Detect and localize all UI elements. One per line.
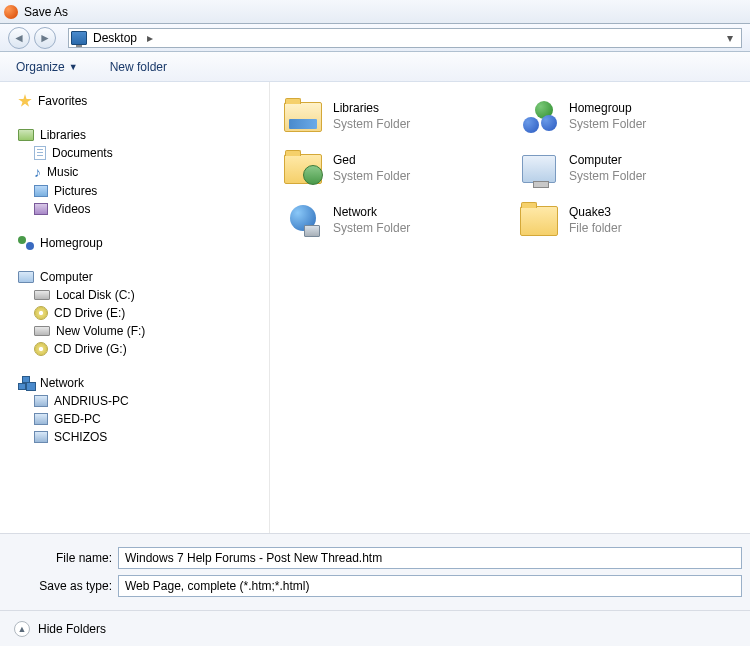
hide-folders-toggle-icon[interactable]: ▲ — [14, 621, 30, 637]
item-name: Homegroup — [569, 101, 646, 117]
organize-button[interactable]: Organize ▼ — [10, 57, 84, 77]
hide-folders-button[interactable]: Hide Folders — [38, 622, 106, 636]
item-sub: System Folder — [333, 169, 410, 185]
videos-icon — [34, 203, 48, 215]
window-title: Save As — [24, 5, 68, 19]
breadcrumb-arrow-icon[interactable]: ▸ — [143, 31, 157, 45]
item-computer[interactable]: Computer System Folder — [516, 144, 750, 194]
savetype-label: Save as type: — [0, 579, 118, 593]
pc-icon — [34, 431, 48, 443]
disk-icon — [34, 326, 50, 336]
sidebar-item-andrius-pc[interactable]: ANDRIUS-PC — [34, 392, 269, 410]
item-sub: System Folder — [333, 221, 410, 237]
breadcrumb-dropdown-icon[interactable]: ▾ — [721, 31, 739, 45]
sidebar-favorites[interactable]: Favorites — [18, 92, 269, 110]
music-icon: ♪ — [34, 164, 41, 180]
item-ged[interactable]: Ged System Folder — [280, 144, 514, 194]
pictures-icon — [34, 185, 48, 197]
item-name: Computer — [569, 153, 646, 169]
homegroup-large-icon — [521, 101, 557, 133]
pc-icon — [34, 395, 48, 407]
sidebar-item-cd-drive-e[interactable]: CD Drive (E:) — [34, 304, 269, 322]
item-name: Libraries — [333, 101, 410, 117]
disk-icon — [34, 290, 50, 300]
sidebar-item-cd-drive-g[interactable]: CD Drive (G:) — [34, 340, 269, 358]
savetype-select[interactable]: Web Page, complete (*.htm;*.html) — [118, 575, 742, 597]
cd-icon — [34, 342, 48, 356]
chevron-down-icon: ▼ — [69, 62, 78, 72]
sidebar-libraries[interactable]: Libraries — [18, 126, 269, 144]
sidebar-item-pictures[interactable]: Pictures — [34, 182, 269, 200]
filename-label: File name: — [0, 551, 118, 565]
folder-large-icon — [520, 206, 558, 236]
body: Favorites Libraries Documents ♪ Music Pi… — [0, 82, 750, 533]
network-icon — [18, 376, 34, 390]
item-sub: System Folder — [569, 117, 646, 133]
item-network[interactable]: Network System Folder — [280, 196, 514, 246]
sidebar-item-videos[interactable]: Videos — [34, 200, 269, 218]
documents-icon — [34, 146, 46, 160]
sidebar-item-local-disk-c[interactable]: Local Disk (C:) — [34, 286, 269, 304]
item-quake3[interactable]: Quake3 File folder — [516, 196, 750, 246]
desktop-icon — [71, 31, 87, 45]
pc-icon — [34, 413, 48, 425]
firefox-icon — [4, 5, 18, 19]
sidebar-network[interactable]: Network — [18, 374, 269, 392]
sidebar-computer[interactable]: Computer — [18, 268, 269, 286]
computer-large-icon — [522, 155, 556, 183]
item-sub: System Folder — [333, 117, 410, 133]
user-folder-large-icon — [284, 154, 322, 184]
item-name: Network — [333, 205, 410, 221]
sidebar-item-ged-pc[interactable]: GED-PC — [34, 410, 269, 428]
item-name: Quake3 — [569, 205, 622, 221]
back-button[interactable]: ◄ — [8, 27, 30, 49]
sidebar-item-new-volume-f[interactable]: New Volume (F:) — [34, 322, 269, 340]
item-libraries[interactable]: Libraries System Folder — [280, 92, 514, 142]
sidebar-item-schizos[interactable]: SCHIZOS — [34, 428, 269, 446]
breadcrumb[interactable]: Desktop ▸ ▾ — [68, 28, 742, 48]
libraries-large-icon — [284, 102, 322, 132]
bottom-panel: File name: Windows 7 Help Forums - Post … — [0, 533, 750, 610]
item-name: Ged — [333, 153, 410, 169]
item-sub: File folder — [569, 221, 622, 237]
navbar: ◄ ► Desktop ▸ ▾ — [0, 24, 750, 52]
sidebar: Favorites Libraries Documents ♪ Music Pi… — [0, 82, 270, 533]
content-pane[interactable]: Libraries System Folder Homegroup System… — [270, 82, 750, 533]
item-homegroup[interactable]: Homegroup System Folder — [516, 92, 750, 142]
sidebar-item-music[interactable]: ♪ Music — [34, 162, 269, 182]
titlebar: Save As — [0, 0, 750, 24]
sidebar-homegroup[interactable]: Homegroup — [18, 234, 269, 252]
footer: ▲ Hide Folders — [0, 610, 750, 646]
new-folder-button[interactable]: New folder — [104, 57, 173, 77]
filename-input[interactable]: Windows 7 Help Forums - Post New Thread.… — [118, 547, 742, 569]
toolbar: Organize ▼ New folder — [0, 52, 750, 82]
network-large-icon — [286, 205, 320, 237]
forward-button[interactable]: ► — [34, 27, 56, 49]
homegroup-icon — [18, 236, 34, 250]
cd-icon — [34, 306, 48, 320]
star-icon — [18, 94, 32, 108]
libraries-icon — [18, 129, 34, 141]
item-sub: System Folder — [569, 169, 646, 185]
sidebar-item-documents[interactable]: Documents — [34, 144, 269, 162]
computer-icon — [18, 271, 34, 283]
breadcrumb-location[interactable]: Desktop — [89, 31, 141, 45]
